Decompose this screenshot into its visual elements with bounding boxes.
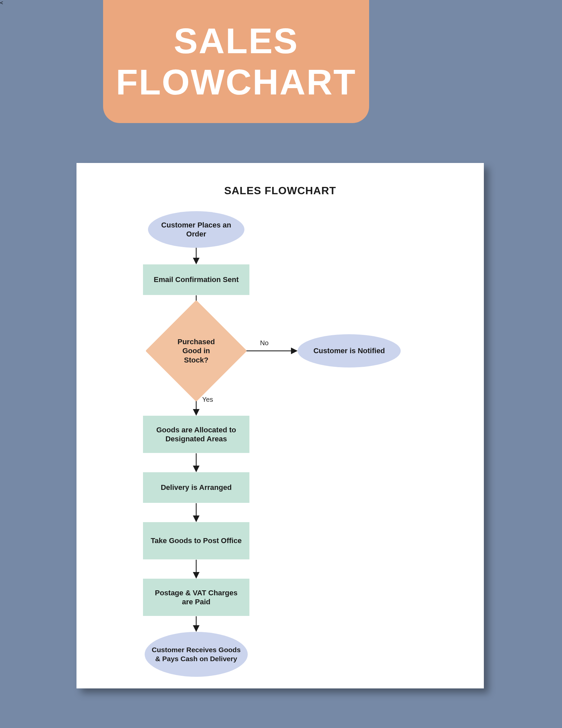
node-end-label: Customer Receives Goods & Pays Cash on D… [151,646,241,663]
node-email-label: Email Confirmation Sent [154,275,238,284]
flowchart-page: SALES FLOWCHART Customer Places an Order… [76,163,484,688]
node-start: Customer Places an Order [148,211,244,248]
node-notify-label: Customer is Notified [313,346,385,356]
edge-label-no: No [260,339,269,347]
node-postage: Postage & VAT Charges are Paid [143,579,249,616]
node-postage-label: Postage & VAT Charges are Paid [150,588,243,607]
node-allocate: Goods are Allocated to Designated Areas [143,416,249,453]
node-delivery: Delivery is Arranged [143,472,249,503]
node-post: Take Goods to Post Office [143,522,249,559]
banner-title: SALES FLOWCHART [103,20,369,103]
node-delivery-label: Delivery is Arranged [161,483,231,492]
node-start-label: Customer Places an Order [155,220,238,239]
node-notify: Customer is Notified [298,334,401,367]
node-email: Email Confirmation Sent [143,264,249,295]
connector-arrows [76,163,484,688]
node-decision: Purchased Good in Stock? [160,315,232,387]
node-allocate-label: Goods are Allocated to Designated Areas [150,425,243,444]
title-banner: SALES FLOWCHART [103,0,369,123]
node-post-label: Take Goods to Post Office [151,536,241,545]
edge-label-yes: Yes [202,396,213,403]
node-end: Customer Receives Goods & Pays Cash on D… [145,632,248,677]
page-title: SALES FLOWCHART [76,185,484,197]
node-decision-label: Purchased Good in Stock? [160,315,232,387]
